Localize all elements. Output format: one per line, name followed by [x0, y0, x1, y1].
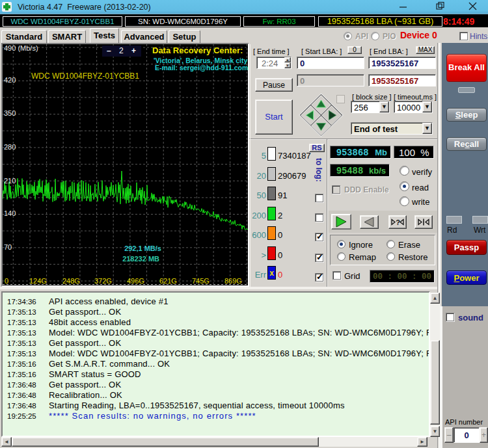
svg-text:?: ? [396, 218, 400, 226]
